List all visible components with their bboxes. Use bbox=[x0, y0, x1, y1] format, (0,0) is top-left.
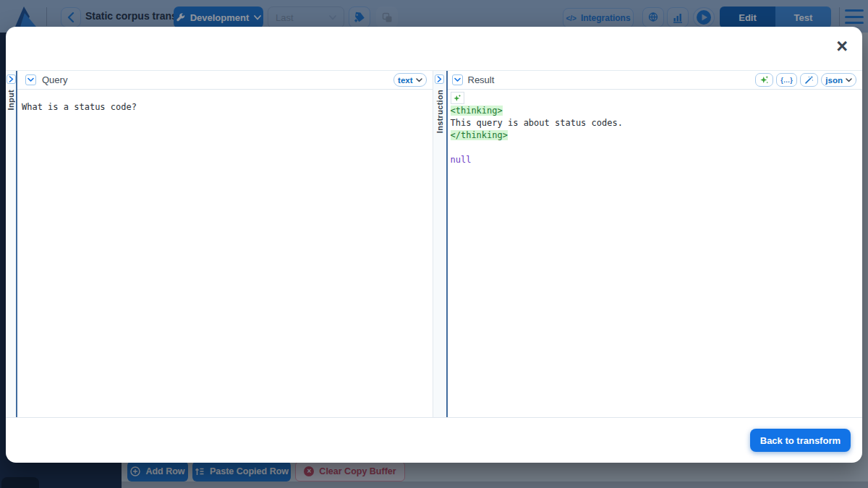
ai-generated-marker bbox=[451, 92, 464, 104]
result-panel: Result {...} bbox=[448, 71, 863, 417]
modal-footer: Back to transform bbox=[6, 419, 862, 463]
query-panel: Query text What is a status code? bbox=[17, 71, 433, 417]
expand-input-button[interactable] bbox=[7, 74, 16, 84]
chevron-down-icon bbox=[416, 78, 422, 82]
collapse-result-button[interactable] bbox=[452, 74, 463, 85]
braces-view-button[interactable]: {...} bbox=[776, 73, 797, 87]
magic-wand-icon bbox=[804, 75, 814, 85]
collapse-query-button[interactable] bbox=[25, 74, 36, 85]
result-code: <thinking>This query is about status cod… bbox=[451, 105, 860, 166]
result-panel-header: Result {...} bbox=[448, 71, 863, 90]
result-code-line: null bbox=[451, 154, 860, 166]
instruction-collapsed-panel: Instruction bbox=[433, 71, 448, 417]
input-collapsed-panel: Input bbox=[6, 71, 17, 417]
expand-instruction-button[interactable] bbox=[435, 74, 444, 84]
instruction-strip-label: Instruction bbox=[435, 90, 444, 133]
modal-content: Input Query text bbox=[6, 70, 862, 418]
query-panel-header: Query text bbox=[17, 71, 433, 90]
braces-icon: {...} bbox=[780, 77, 793, 84]
query-content-editor[interactable]: What is a status code? bbox=[17, 90, 433, 417]
query-panel-title: Query bbox=[42, 74, 67, 85]
sparkle-icon bbox=[453, 94, 461, 103]
app-root: Static corpus transf... Development Last bbox=[0, 0, 868, 488]
magic-wand-button[interactable] bbox=[800, 73, 818, 87]
result-code-line bbox=[451, 142, 860, 154]
result-format-dropdown[interactable]: json bbox=[821, 73, 856, 87]
back-to-transform-button[interactable]: Back to transform bbox=[750, 429, 851, 452]
query-format-value: text bbox=[398, 76, 412, 85]
result-code-line: This query is about status codes. bbox=[451, 117, 860, 129]
transform-preview-modal: × Input Query text bbox=[6, 27, 862, 463]
close-icon[interactable]: × bbox=[836, 37, 848, 56]
result-content: <thinking>This query is about status cod… bbox=[448, 90, 863, 417]
result-format-value: json bbox=[825, 76, 843, 85]
result-panel-title: Result bbox=[468, 74, 495, 85]
chevron-down-icon bbox=[846, 78, 852, 82]
result-code-line: <thinking> bbox=[451, 105, 860, 117]
input-strip-label: Input bbox=[7, 90, 15, 110]
ai-sparkle-button[interactable] bbox=[755, 73, 773, 87]
sparkle-icon bbox=[760, 75, 769, 85]
result-code-line: </thinking> bbox=[451, 129, 860, 142]
query-format-dropdown[interactable]: text bbox=[393, 73, 426, 87]
